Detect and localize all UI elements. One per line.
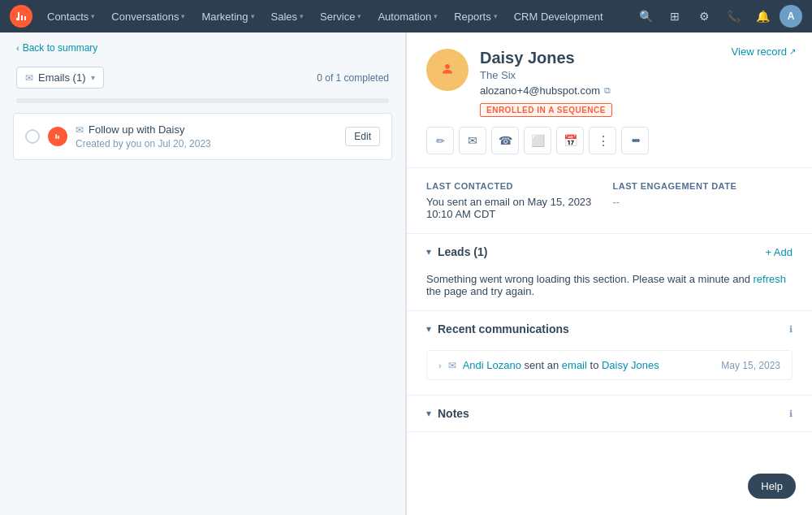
search-button[interactable]: 🔍 bbox=[633, 4, 658, 28]
reports-chevron-icon: ▾ bbox=[494, 12, 498, 20]
leads-chevron-icon: ▾ bbox=[426, 246, 431, 258]
recent-comm-title: Recent communications bbox=[438, 322, 783, 335]
user-avatar[interactable]: A bbox=[780, 5, 802, 28]
progress-text: 0 of 1 completed bbox=[317, 72, 389, 84]
notes-chevron-icon: ▾ bbox=[426, 408, 431, 419]
comm-date: May 15, 2023 bbox=[721, 360, 780, 371]
last-contacted-column: LAST CONTACTED You sent an email on May … bbox=[426, 181, 607, 220]
ellipsis-icon: ••• bbox=[632, 134, 639, 147]
contact-avatar bbox=[426, 49, 469, 91]
video-action-button[interactable]: ⬜ bbox=[524, 127, 551, 154]
task-email-icon: ✉ bbox=[76, 124, 84, 136]
comm-item-chevron-icon[interactable]: › bbox=[438, 361, 442, 370]
hubspot-logo[interactable] bbox=[10, 5, 32, 28]
leads-title: Leads (1) bbox=[438, 245, 758, 258]
main-layout: ‹ Back to summary ✉ Emails (1) ▾ 0 of 1 … bbox=[0, 32, 812, 515]
task-edit-button[interactable]: Edit bbox=[345, 127, 380, 146]
notes-info-icon[interactable]: ℹ bbox=[789, 409, 793, 419]
marketing-chevron-icon: ▾ bbox=[251, 12, 255, 20]
comm-sender-link[interactable]: Andi Lozano bbox=[463, 359, 521, 371]
leads-body: Something went wrong loading this sectio… bbox=[407, 270, 812, 310]
last-contacted-label: LAST CONTACTED bbox=[426, 181, 607, 191]
sequence-dropdown[interactable]: ✉ Emails (1) ▾ bbox=[16, 67, 104, 89]
back-to-summary-link[interactable]: ‹ Back to summary bbox=[0, 32, 405, 60]
task-card: ✉ Follow up with Daisy Created by you on… bbox=[13, 113, 392, 160]
edit-icon: ✏ bbox=[436, 135, 445, 147]
back-arrow-icon: ‹ bbox=[16, 43, 19, 53]
contact-company: The Six bbox=[480, 69, 793, 81]
settings-button[interactable]: ⚙ bbox=[692, 4, 716, 28]
contact-info: Daisy Jones The Six alozano+4@hubspot.co… bbox=[480, 49, 793, 117]
nav-marketing[interactable]: Marketing ▾ bbox=[193, 0, 262, 32]
last-contacted-value: You sent an email on May 15, 2023 10:10 … bbox=[426, 196, 607, 220]
contact-top: Daisy Jones The Six alozano+4@hubspot.co… bbox=[426, 49, 793, 117]
recent-comm-info-icon[interactable]: ℹ bbox=[789, 324, 793, 335]
video-icon: ⬜ bbox=[531, 134, 545, 147]
sequence-header: ✉ Emails (1) ▾ 0 of 1 completed bbox=[0, 60, 405, 95]
leads-accordion-header[interactable]: ▾ Leads (1) + Add bbox=[407, 234, 812, 270]
nav-reports[interactable]: Reports ▾ bbox=[446, 0, 506, 32]
last-engagement-label: LAST ENGAGEMENT DATE bbox=[613, 181, 793, 191]
task-content: ✉ Follow up with Daisy Created by you on… bbox=[76, 123, 337, 149]
notifications-button[interactable]: 🔔 bbox=[750, 4, 775, 28]
more-dots-button[interactable]: ⋮ bbox=[589, 127, 616, 154]
contact-email: alozano+4@hubspot.com ⧉ bbox=[480, 84, 793, 97]
email-action-icon: ✉ bbox=[468, 134, 477, 147]
nav-service[interactable]: Service ▾ bbox=[312, 0, 369, 32]
comm-email-icon: ✉ bbox=[448, 360, 456, 371]
comm-item-text: Andi Lozano sent an email to Daisy Jones bbox=[463, 359, 715, 371]
data-grid: LAST CONTACTED You sent an email on May … bbox=[426, 181, 793, 220]
nav-crm-development[interactable]: CRM Development bbox=[506, 0, 611, 32]
more-vertical-icon: ⋮ bbox=[597, 133, 609, 149]
cursor-area: ↖ bbox=[198, 336, 207, 348]
top-navigation: Contacts ▾ Conversations ▾ Marketing ▾ S… bbox=[0, 0, 812, 32]
task-checkbox[interactable] bbox=[25, 129, 40, 144]
leads-section: ▾ Leads (1) + Add Something went wrong l… bbox=[407, 234, 812, 311]
service-chevron-icon: ▾ bbox=[357, 12, 361, 20]
calendar-icon: 📅 bbox=[564, 134, 577, 147]
progress-bar bbox=[16, 98, 389, 103]
external-link-icon: ↗ bbox=[789, 47, 796, 56]
nav-conversations[interactable]: Conversations ▾ bbox=[103, 0, 193, 32]
refresh-link[interactable]: refresh bbox=[754, 273, 786, 285]
last-engagement-value: -- bbox=[613, 196, 793, 208]
nav-contacts[interactable]: Contacts ▾ bbox=[39, 0, 103, 32]
view-record-link[interactable]: View record ↗ bbox=[732, 45, 796, 58]
right-panel: View record ↗ Daisy Jones The Six alozan… bbox=[406, 32, 812, 515]
comm-email-link[interactable]: email bbox=[562, 359, 587, 371]
notes-header[interactable]: ▾ Notes ℹ bbox=[407, 396, 812, 431]
contact-header: View record ↗ Daisy Jones The Six alozan… bbox=[407, 32, 812, 168]
recent-comm-header[interactable]: ▾ Recent communications ℹ bbox=[407, 311, 812, 347]
notes-title: Notes bbox=[438, 407, 783, 420]
copy-icon[interactable]: ⧉ bbox=[604, 85, 611, 96]
conversations-chevron-icon: ▾ bbox=[181, 12, 185, 20]
contacts-chevron-icon: ▾ bbox=[91, 12, 95, 20]
call-icon: ☎ bbox=[499, 134, 512, 147]
enrolled-badge: ENROLLED IN A SEQUENCE bbox=[480, 103, 612, 117]
action-buttons: ✏ ✉ ☎ ⬜ 📅 ⋮ ••• bbox=[426, 127, 793, 154]
data-section: LAST CONTACTED You sent an email on May … bbox=[407, 168, 812, 234]
dropdown-chevron-icon: ▾ bbox=[91, 73, 95, 82]
call-action-button[interactable]: ☎ bbox=[491, 127, 519, 154]
phone-button[interactable]: 📞 bbox=[721, 4, 745, 28]
nav-sales[interactable]: Sales ▾ bbox=[263, 0, 313, 32]
notes-section: ▾ Notes ℹ bbox=[407, 396, 812, 432]
task-hubspot-logo bbox=[48, 127, 67, 146]
help-button[interactable]: Help bbox=[748, 474, 796, 499]
leads-add-button[interactable]: + Add bbox=[765, 246, 793, 258]
nav-right-actions: 🔍 ⊞ ⚙ 📞 🔔 A bbox=[633, 4, 802, 28]
email-action-button[interactable]: ✉ bbox=[459, 127, 486, 154]
extra-more-button[interactable]: ••• bbox=[621, 127, 649, 154]
left-panel: ‹ Back to summary ✉ Emails (1) ▾ 0 of 1 … bbox=[0, 32, 406, 515]
calendar-action-button[interactable]: 📅 bbox=[556, 127, 584, 154]
nav-automation[interactable]: Automation ▾ bbox=[369, 0, 446, 32]
sales-chevron-icon: ▾ bbox=[300, 12, 304, 20]
communication-item: › ✉ Andi Lozano sent an email to Daisy J… bbox=[426, 350, 793, 380]
leads-error-text: Something went wrong loading this sectio… bbox=[426, 273, 793, 297]
edit-action-button[interactable]: ✏ bbox=[426, 127, 454, 154]
recent-comm-chevron-icon: ▾ bbox=[426, 323, 431, 335]
marketplace-button[interactable]: ⊞ bbox=[663, 4, 687, 28]
recent-communications-section: ▾ Recent communications ℹ › ✉ Andi Lozan… bbox=[407, 311, 812, 396]
comm-recipient-link[interactable]: Daisy Jones bbox=[602, 359, 659, 371]
last-engagement-column: LAST ENGAGEMENT DATE -- bbox=[613, 181, 793, 220]
